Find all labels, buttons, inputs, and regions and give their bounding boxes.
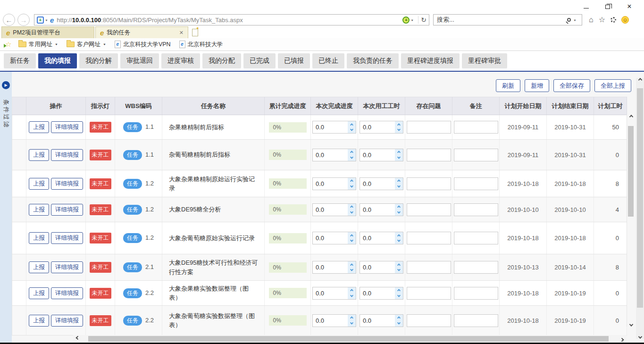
remark-input[interactable] (454, 232, 498, 244)
hours-input[interactable] (360, 232, 395, 244)
scrollbar-thumb[interactable] (628, 126, 634, 217)
remark-input[interactable] (454, 314, 498, 327)
search-icon[interactable] (567, 18, 571, 22)
remark-input[interactable] (454, 261, 498, 274)
spin-up-button[interactable] (395, 178, 403, 184)
remark-input[interactable] (454, 121, 498, 134)
chevron-down-icon[interactable]: ▼ (573, 18, 577, 21)
page-tab[interactable]: 已终止 (312, 53, 344, 68)
spin-down-button[interactable] (348, 238, 356, 244)
progress-input[interactable] (313, 315, 348, 327)
favorite-item[interactable]: e北京科技大学 (175, 38, 227, 50)
remark-input[interactable] (454, 203, 498, 216)
detail-fill-button[interactable]: 详细填报 (51, 121, 83, 133)
grid-vertical-scrollbar[interactable] (627, 115, 635, 327)
spin-up-button[interactable] (348, 261, 356, 268)
report-button[interactable]: 上报 (29, 149, 49, 161)
chevron-down-icon[interactable]: ▼ (45, 18, 48, 21)
hours-input[interactable] (360, 204, 395, 216)
hours-input[interactable] (360, 121, 395, 133)
page-tab[interactable]: 里程碑进度填报 (401, 53, 460, 68)
page-tab[interactable]: 我负责的任务 (347, 53, 399, 68)
remark-input[interactable] (454, 177, 498, 190)
page-tab[interactable]: 我的分配 (202, 53, 241, 68)
grid-horizontal-scrollbar[interactable] (73, 335, 627, 343)
filter-expand-button[interactable]: ▶ (2, 81, 10, 89)
scroll-up-arrow[interactable] (627, 115, 635, 123)
search-box[interactable]: 搜索... ▼ (433, 14, 582, 25)
detail-fill-button[interactable]: 详细填报 (51, 232, 83, 244)
page-tab[interactable]: 进度审核 (161, 53, 200, 68)
scroll-left-arrow[interactable] (73, 335, 82, 343)
issue-input[interactable] (407, 121, 451, 134)
scroll-down-arrow[interactable] (627, 318, 635, 327)
detail-fill-button[interactable]: 详细填报 (51, 287, 83, 299)
url-text[interactable]: http://10.0.0.100:8050/Main/RDS/Project/… (57, 17, 402, 24)
page-tab[interactable]: 新任务 (4, 53, 36, 68)
issue-input[interactable] (407, 287, 451, 300)
favorite-item[interactable]: 客户网址▼ (62, 38, 110, 50)
restore-button[interactable] (597, 0, 619, 13)
page-tab[interactable]: 已填报 (278, 53, 310, 68)
report-button[interactable]: 上报 (29, 232, 49, 244)
page-tab[interactable]: 已完成 (243, 53, 276, 68)
page-tab[interactable]: 我的填报 (38, 53, 77, 68)
report-button[interactable]: 上报 (29, 204, 49, 216)
progress-input[interactable] (313, 232, 348, 244)
add-favorite-button[interactable]: ☆ (3, 40, 14, 49)
spin-down-button[interactable] (395, 268, 403, 274)
scroll-right-arrow[interactable] (618, 335, 627, 343)
spin-down-button[interactable] (395, 184, 403, 190)
hours-input[interactable] (360, 149, 395, 161)
compatibility-icon[interactable]: + (402, 17, 410, 24)
browser-tab[interactable]: e我的任务✕ (95, 26, 188, 38)
spin-down-button[interactable] (395, 238, 403, 244)
hours-input[interactable] (360, 287, 395, 299)
spin-up-button[interactable] (348, 121, 356, 127)
gear-icon[interactable] (611, 17, 616, 23)
hours-input[interactable] (360, 261, 395, 273)
add-button[interactable]: 新增 (525, 79, 549, 92)
spin-up-button[interactable] (395, 121, 403, 127)
spin-down-button[interactable] (395, 210, 403, 216)
home-icon[interactable]: ⌂ (589, 16, 594, 24)
submit-all-button[interactable]: 全部上报 (594, 79, 631, 92)
progress-input[interactable] (313, 287, 348, 299)
report-button[interactable]: 上报 (29, 178, 49, 190)
spin-down-button[interactable] (395, 155, 403, 161)
forward-button[interactable]: → (17, 14, 30, 26)
feedback-smiley-icon[interactable]: ☺ (621, 16, 629, 24)
spin-down-button[interactable] (395, 127, 403, 134)
spin-down-button[interactable] (395, 293, 403, 299)
issue-input[interactable] (407, 261, 451, 274)
page-tab[interactable]: 审批退回 (120, 53, 159, 68)
hours-input[interactable] (360, 315, 395, 327)
favorites-icon[interactable]: ☆ (599, 16, 605, 24)
spin-up-button[interactable] (395, 315, 403, 321)
spin-up-button[interactable] (348, 178, 356, 184)
spin-down-button[interactable] (348, 268, 356, 274)
favorite-item[interactable]: e北京科技大学VPN (110, 38, 175, 50)
scrollbar-thumb[interactable] (88, 336, 609, 342)
remark-input[interactable] (454, 149, 498, 161)
spin-down-button[interactable] (348, 127, 356, 134)
spin-up-button[interactable] (395, 232, 403, 238)
scroll-up-arrow[interactable] (636, 78, 644, 86)
spin-up-button[interactable] (395, 287, 403, 294)
detail-fill-button[interactable]: 详细填报 (51, 315, 83, 327)
detail-fill-button[interactable]: 详细填报 (51, 261, 83, 273)
save-all-button[interactable]: 全部保存 (553, 79, 590, 92)
remark-input[interactable] (454, 287, 498, 300)
report-button[interactable]: 上报 (29, 121, 49, 133)
back-button[interactable]: ← (3, 14, 15, 26)
spin-down-button[interactable] (348, 184, 356, 190)
issue-input[interactable] (407, 314, 451, 327)
spin-up-button[interactable] (348, 204, 356, 210)
browser-tab[interactable]: ePM2项目管理平台 (1, 26, 94, 38)
zone-icon[interactable]: + (37, 17, 44, 24)
spin-up-button[interactable] (395, 149, 403, 155)
spin-down-button[interactable] (348, 210, 356, 216)
page-tab[interactable]: 我的分解 (79, 53, 118, 68)
minimize-button[interactable] (575, 0, 597, 13)
progress-input[interactable] (313, 204, 348, 216)
